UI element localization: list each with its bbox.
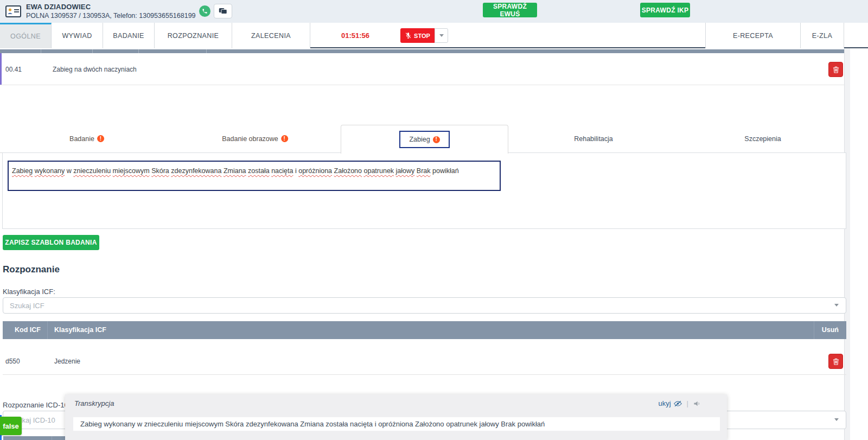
trash-icon: [833, 66, 839, 73]
check-ikp-button[interactable]: SPRAWDŹ IKP: [640, 3, 690, 17]
icf-search-input[interactable]: [3, 297, 846, 314]
icf-header-name: Klasyfikacja ICF: [54, 326, 106, 334]
procedure-note-textarea[interactable]: Zabieg wykonany w znieczuleniu miejscowy…: [8, 161, 501, 191]
transcription-text: Zabieg wykonany w znieczuleniu miejscowy…: [73, 417, 720, 431]
eye-slash-icon: [674, 400, 682, 407]
next-table-header-strip: [3, 436, 65, 440]
rozpoznanie-heading: Rozpoznanie: [3, 264, 60, 275]
icf-header-code: Kod ICF: [15, 326, 41, 334]
main-tab-bar: OGÓLNE WYWIAD BADANIE ROZPOZNANIE ZALECE…: [0, 23, 868, 48]
tab-e-recepta[interactable]: E-RECEPTA: [705, 23, 801, 48]
warning-icon: !: [97, 135, 104, 142]
exam-tab-szczepienia[interactable]: Szczepienia: [744, 125, 781, 152]
app-root: EWA DZIADOWIEC POLNA 1309537 / 130953A, …: [0, 0, 868, 440]
exam-tab-badanie[interactable]: Badanie !: [69, 125, 104, 152]
tab-rozpoznanie[interactable]: ROZPOZNANIE: [155, 23, 232, 48]
exam-tab-badanie-obrazowe[interactable]: Badanie obrazowe !: [222, 125, 288, 152]
icd10-dropdown-caret-icon[interactable]: [834, 418, 839, 421]
icf-classification-label: Klasyfikacja ICF:: [3, 288, 55, 296]
patient-details: POLNA 1309537 / 130953A, Telefon: 130953…: [26, 12, 196, 20]
hide-label: ukyj: [658, 399, 671, 407]
phone-status-icon: [199, 5, 210, 17]
exam-tab-label: Badanie: [69, 135, 94, 143]
tab-wywiad[interactable]: WYWIAD: [52, 23, 103, 48]
tab-badanie[interactable]: BADANIE: [103, 23, 155, 48]
recording-timer: 01:51:56: [326, 23, 385, 48]
icd10-label: Rozpoznanie ICD-10:: [3, 401, 70, 409]
id-card-icon: [5, 5, 21, 18]
false-debug-badge: false: [0, 417, 22, 435]
stop-label: STOP: [414, 33, 430, 39]
transcription-popup: Transkrypcja ukyj | Zabieg wykonany w zn…: [65, 394, 727, 440]
patient-name: EWA DZIADOWIEC: [26, 3, 91, 11]
icf-table-header: Kod ICF Klasyfikacja ICF Usuń: [3, 321, 846, 339]
row-divider: [0, 85, 844, 85]
delete-procedure-button[interactable]: [828, 62, 843, 77]
trash-icon: [833, 358, 839, 365]
scrolled-table-header-strip: [0, 49, 844, 53]
mic-slash-icon: [405, 32, 412, 39]
chat-bubbles-icon: [219, 8, 227, 15]
procedure-code: 00.41: [5, 66, 22, 73]
icf-dropdown-caret-icon[interactable]: [834, 304, 839, 307]
stop-recording-button[interactable]: STOP: [400, 28, 435, 43]
chevron-down-icon: [439, 34, 444, 37]
exam-tab-label: Badanie obrazowe: [222, 135, 278, 143]
chat-button[interactable]: [214, 4, 232, 18]
exam-tab-rehabilitacja[interactable]: Rehabilitacja: [574, 125, 613, 152]
warning-icon: !: [281, 135, 288, 142]
separator: |: [687, 399, 688, 407]
exam-tab-label: Zabieg: [409, 136, 430, 143]
speaker-icon[interactable]: [693, 400, 701, 407]
icf-row-name: Jedzenie: [54, 358, 80, 365]
exam-tab-label: Szczepienia: [744, 135, 781, 143]
hide-transcription-link[interactable]: ukyj: [658, 399, 681, 407]
exam-tab-zabieg-active[interactable]: Zabieg !: [341, 125, 508, 154]
save-exam-template-button[interactable]: ZAPISZ SZABLON BADANIA: [3, 235, 99, 250]
procedure-name: Zabieg na dwóch naczyniach: [53, 66, 137, 73]
patient-header-bar: EWA DZIADOWIEC POLNA 1309537 / 130953A, …: [0, 0, 868, 23]
left-accent-purple: [0, 53, 2, 85]
exam-tab-label: Rehabilitacja: [574, 135, 613, 143]
row-divider: [3, 374, 846, 375]
vertical-scrollbar[interactable]: [844, 48, 850, 440]
tab-zalecenia[interactable]: ZALECENIA: [232, 23, 310, 48]
check-ewus-button[interactable]: SPRAWDŹ EWUŚ: [483, 3, 537, 17]
icf-header-delete: Usuń: [822, 326, 839, 334]
warning-icon: !: [433, 136, 440, 143]
tab-e-zla[interactable]: E-ZLA: [801, 23, 844, 48]
stop-options-dropdown[interactable]: [435, 28, 448, 43]
transcription-title: Transkrypcja: [74, 399, 114, 407]
icf-row-code: d550: [5, 358, 20, 365]
focused-tab-outline: Zabieg !: [399, 131, 449, 148]
delete-icf-button[interactable]: [828, 354, 843, 369]
tab-ogolne[interactable]: OGÓLNE: [0, 23, 52, 48]
